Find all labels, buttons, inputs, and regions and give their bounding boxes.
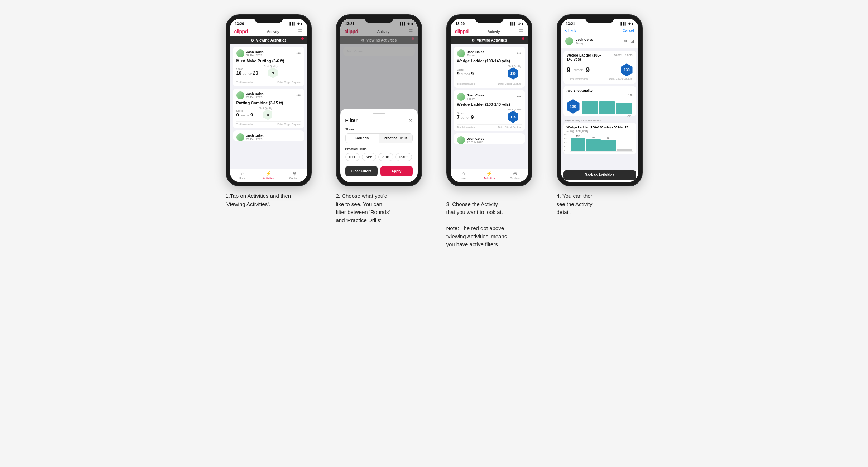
sq-label-3-1: Shot Quality — [508, 65, 521, 67]
viewing-activities-bar-1[interactable]: ⚙ Viewing Activities — [230, 36, 307, 44]
expand-icon-4[interactable]: ⊡ — [630, 39, 634, 44]
sq-badge-3-2: 118 — [508, 111, 518, 123]
chart-x-label-4: APP — [627, 115, 632, 117]
rounds-toggle-btn[interactable]: Rounds — [346, 134, 379, 143]
outof-1-1: OUT OF — [243, 72, 252, 75]
activity-card-1-2[interactable]: Josh Coles 28 Feb 2023 ••• Putting Combi… — [233, 89, 304, 128]
avatar-3-1 — [457, 49, 465, 57]
phone-2-column: 13:21 ▌▌▌ ⦿ ▮ clippd Activity ☰ ⚙ View — [329, 14, 429, 227]
dots-menu-1-1[interactable]: ••• — [296, 51, 301, 56]
menu-icon-1[interactable]: ☰ — [298, 29, 303, 34]
app-header-1: clippd Activity ☰ — [230, 27, 307, 36]
user-info-3-2: Josh Coles Today — [457, 93, 484, 101]
test-info-3-1: Test Information — [457, 82, 475, 85]
wifi-icon-1: ⦿ — [297, 22, 300, 25]
drill-tag-ott[interactable]: OTT — [345, 153, 360, 161]
app-header-3: clippd Activity ☰ — [451, 27, 528, 36]
user-name-3-3: Josh Coles — [467, 137, 484, 140]
score-detail-card-4: Wedge Ladder (100–140 yds) Score Shots 9 — [563, 51, 636, 84]
data-source-1-2: Data: Clippd Capture — [277, 123, 301, 125]
nav-capture-label-3: Capture — [510, 177, 520, 180]
caption-4: 4. You can then see the Activity detail. — [557, 192, 643, 219]
mini-bar-3-4: 124 — [601, 140, 616, 151]
score-value-3-1: 9 — [457, 71, 460, 76]
phone-3-column: 13:20 ▌▌▌ ⦿ ▮ clippd Activity ☰ ⚙ View — [439, 14, 539, 259]
dots-menu-3-1[interactable]: ••• — [517, 51, 522, 56]
menu-icon-3[interactable]: ☰ — [519, 29, 523, 34]
red-dot-1 — [301, 37, 304, 40]
session-drill-card-4[interactable]: Wedge Ladder (100–140 yds) - 06 Mar 23 -… — [563, 123, 636, 154]
drill-tag-app[interactable]: APP — [362, 153, 377, 161]
practice-drills-toggle-btn[interactable]: Practice Drills — [379, 134, 412, 143]
user-date-1-2: 28 Feb 2023 — [246, 96, 264, 99]
drill-tag-putt[interactable]: PUTT — [395, 153, 412, 161]
avg-sq-card-4: Avg Shot Quality 130 130 APP — [563, 86, 636, 116]
avatar-1-2 — [236, 91, 244, 99]
home-icon-3: ⌂ — [462, 171, 465, 176]
user-name-1-1: Josh Coles — [246, 50, 264, 54]
battery-icon-1: ▮ — [301, 22, 302, 25]
phone-4-notch — [585, 15, 614, 23]
clear-filters-button[interactable]: Clear Filters — [345, 166, 378, 176]
back-button-4[interactable]: < Back — [565, 29, 576, 33]
viewing-activities-label-3: Viewing Activities — [477, 38, 507, 42]
score-label-3-2: Score — [457, 112, 474, 114]
dots-menu-1-2[interactable]: ••• — [296, 93, 301, 98]
wifi-icon-3: ⦿ — [518, 22, 521, 25]
avatar-1-1 — [236, 49, 244, 57]
score-value-3-2: 7 — [457, 114, 460, 120]
sq-badge-3-1: 130 — [508, 67, 518, 80]
card-header-3-2: Josh Coles Today ••• — [457, 93, 522, 101]
filter-toggle-row: Rounds Practice Drills — [345, 133, 413, 143]
signal-icon-1: ▌▌▌ — [289, 22, 296, 25]
home-icon-1: ⌂ — [241, 171, 244, 176]
nav-capture-label-1: Capture — [289, 177, 299, 180]
score-value-1-1: 10 — [236, 70, 241, 76]
session-label-4: Player Activity > Practice Session — [563, 119, 636, 123]
sq-badge-4: 130 — [621, 63, 633, 76]
clippd-logo-3: clippd — [455, 29, 469, 34]
settings-icon-1: ⚙ — [251, 38, 254, 42]
bar-chart-container-4: 130 APP — [582, 94, 633, 114]
score-col-label-4: Score — [614, 53, 622, 57]
user-info-3-1: Josh Coles Today — [457, 49, 484, 57]
nav-activities-1[interactable]: ⚡ Activities — [256, 171, 282, 180]
nav-home-1[interactable]: ⌂ Home — [230, 171, 256, 180]
stats-row-3-1: Score 9 OUT OF 9 Shot Quality 130 — [457, 65, 522, 80]
modal-title: Filter — [345, 118, 358, 123]
activity-title-1-1: Must Make Putting (3-6 ft) — [236, 59, 301, 63]
nav-home-3[interactable]: ⌂ Home — [451, 171, 476, 180]
card-footer-3-1: Test Information Data: Clippd Capture — [457, 81, 522, 85]
signal-icon-3: ▌▌▌ — [510, 22, 516, 25]
nav-capture-1[interactable]: ⊕ Capture — [282, 171, 307, 180]
score-card-footer-4: ⓘ Test Information Data: Clippd Capture — [567, 77, 633, 81]
score-label-1-2: Score — [236, 110, 253, 112]
nav-activities-label-1: Activities — [263, 177, 274, 180]
activity-card-1-1[interactable]: Josh Coles 28 Feb 2023 ••• Must Make Put… — [233, 47, 304, 86]
chart-4: 130 130 APP — [567, 94, 633, 114]
modal-close-button[interactable]: ✕ — [408, 118, 413, 123]
status-icons-3: ▌▌▌ ⦿ ▮ — [510, 22, 523, 25]
test-info-icon-4: ⓘ Test Information — [567, 77, 588, 81]
card-header-3-3: Josh Coles 28 Feb 2023 — [457, 136, 522, 144]
dots-menu-3-2[interactable]: ••• — [517, 94, 522, 99]
detail-title-row-4: Wedge Ladder (100–140 yds) Score Shots — [567, 53, 633, 61]
drill-tag-arg[interactable]: ARG — [378, 153, 393, 161]
sq-badge-1-1: 75 — [268, 67, 278, 78]
time-3: 13:20 — [456, 22, 465, 26]
card-header-1-3: Josh Coles 28 Feb 2023 — [236, 133, 301, 141]
back-to-activities-btn[interactable]: Back to Activities — [563, 170, 636, 180]
cancel-button-4[interactable]: Cancel — [623, 29, 634, 33]
nav-capture-3[interactable]: ⊕ Capture — [502, 171, 528, 180]
activity-card-3-2[interactable]: Josh Coles Today ••• Wedge Ladder (100-1… — [454, 90, 525, 131]
phone-2-notch — [365, 15, 393, 23]
viewing-activities-bar-3[interactable]: ⚙ Viewing Activities — [451, 36, 528, 44]
card-header-1-2: Josh Coles 28 Feb 2023 ••• — [236, 91, 301, 99]
edit-icon-4[interactable]: ✏ — [624, 39, 628, 44]
apply-button[interactable]: Apply — [380, 166, 413, 176]
activity-card-3-1[interactable]: Josh Coles Today ••• Wedge Ladder (100-1… — [454, 47, 525, 88]
filter-modal-overlay[interactable]: Filter ✕ Show Rounds Practice Drills Pra… — [340, 19, 418, 182]
nav-activities-3[interactable]: ⚡ Activities — [476, 171, 502, 180]
detail-user-section-4: Josh Coles Today ✏ ⊡ — [561, 34, 638, 48]
user-text-1-2: Josh Coles 28 Feb 2023 — [246, 92, 264, 99]
